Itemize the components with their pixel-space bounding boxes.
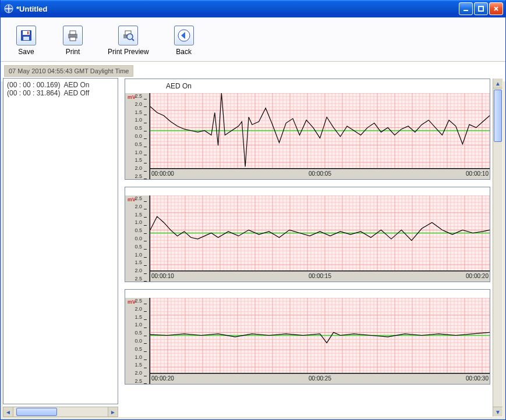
chart-viewport: AED OnmV2.52.01.51.00.50.00.51.01.52.02.… — [125, 79, 493, 417]
event-time: (00 : 00 : 00.169) — [7, 81, 60, 89]
y-tick-label: 1.5 — [135, 212, 142, 218]
y-tick-label: 0.5 — [135, 346, 142, 352]
y-tick-label: 1.0 — [135, 322, 142, 328]
svg-rect-8 — [70, 31, 76, 34]
x-tick-label: 00:00:30 — [466, 375, 489, 382]
print-preview-button[interactable]: Print Preview — [108, 26, 149, 56]
chart-title — [125, 290, 490, 298]
svg-rect-1 — [463, 10, 468, 11]
chart-plot[interactable] — [150, 195, 490, 271]
y-tick-label: 1.0 — [135, 252, 142, 258]
y-tick-label: 2.0 — [135, 165, 142, 171]
y-tick-label: 0.5 — [135, 141, 142, 147]
sidebar-scrollbar[interactable]: ◄ ► — [3, 407, 118, 417]
scroll-left-icon[interactable]: ◄ — [3, 407, 13, 417]
x-tick-label: 00:00:25 — [309, 375, 331, 382]
y-tick-label: 0.0 — [135, 338, 142, 344]
back-icon — [174, 26, 194, 45]
titlebar: *Untitled — [1, 0, 505, 17]
app-icon — [4, 4, 13, 13]
x-axis: 00:00:0000:00:0500:00:10 — [150, 169, 490, 179]
y-tick-label: 0.5 — [135, 330, 142, 336]
svg-rect-6 — [27, 31, 29, 34]
maximize-button[interactable] — [474, 2, 488, 15]
y-tick-label: 1.0 — [135, 354, 142, 360]
window-title: *Untitled — [16, 5, 459, 13]
y-axis: mV2.52.01.51.00.50.00.51.01.52.02.5 — [125, 93, 150, 179]
event-label: AED On — [63, 81, 89, 89]
x-tick-label: 00:00:15 — [309, 273, 331, 279]
x-tick-label: 00:00:10 — [151, 273, 174, 279]
scroll-right-icon[interactable]: ► — [108, 407, 118, 417]
x-tick-label: 00:00:20 — [151, 375, 174, 382]
printer-icon — [63, 26, 83, 45]
y-tick-label: 2.5 — [135, 195, 142, 201]
svg-rect-4 — [23, 31, 30, 35]
scrollbar-thumb[interactable] — [494, 90, 502, 142]
chart-panel: mV2.52.01.51.00.50.00.51.01.52.02.500:00… — [125, 289, 490, 385]
y-tick-label: 0.5 — [135, 125, 142, 131]
minimize-button[interactable] — [459, 2, 473, 15]
x-axis: 00:00:2000:00:2500:00:30 — [150, 373, 490, 384]
print-label: Print — [66, 48, 80, 56]
save-button[interactable]: Save — [15, 26, 38, 56]
svg-line-13 — [132, 39, 134, 41]
y-tick-label: 2.0 — [135, 268, 142, 273]
y-tick-label: 1.5 — [135, 157, 142, 163]
back-label: Back — [176, 48, 192, 56]
y-tick-label: 1.5 — [135, 362, 142, 368]
chart-panel: mV2.52.01.51.00.50.00.51.01.52.02.500:00… — [125, 187, 490, 282]
y-tick-label: 1.0 — [135, 219, 142, 225]
chart-title: AED On — [125, 79, 490, 93]
y-tick-label: 1.0 — [135, 150, 142, 155]
save-label: Save — [18, 48, 34, 56]
save-icon — [16, 26, 36, 45]
y-tick-label: 1.0 — [135, 117, 142, 123]
event-list[interactable]: (00 : 00 : 00.169) AED On (00 : 00 : 31.… — [3, 78, 118, 404]
x-tick-label: 00:00:10 — [466, 170, 489, 177]
chart-title — [125, 187, 490, 195]
y-tick-label: 0.0 — [135, 236, 142, 241]
scroll-down-icon[interactable]: ▼ — [493, 407, 503, 417]
close-button[interactable] — [489, 2, 503, 15]
svg-rect-5 — [23, 37, 29, 40]
y-tick-label: 1.5 — [135, 259, 142, 265]
y-tick-label: 0.5 — [135, 227, 142, 233]
x-tick-label: 00:00:00 — [151, 170, 174, 177]
x-axis: 00:00:1000:00:1500:00:20 — [150, 271, 490, 282]
y-tick-label: 1.5 — [135, 314, 142, 320]
y-tick-label: 0.0 — [135, 133, 142, 139]
y-tick-label: 0.5 — [135, 244, 142, 250]
timestamp: 07 May 2010 04:55:43 GMT Daylight Time — [4, 65, 133, 77]
y-tick-label: 1.5 — [135, 109, 142, 115]
y-tick-label: 2.0 — [135, 204, 142, 209]
chart-plot[interactable] — [150, 93, 490, 169]
event-row[interactable]: (00 : 00 : 00.169) AED On — [7, 81, 114, 89]
scroll-up-icon[interactable]: ▲ — [493, 79, 503, 88]
svg-rect-2 — [479, 6, 483, 11]
y-tick-label: 2.0 — [135, 306, 142, 312]
svg-rect-9 — [70, 37, 76, 41]
app-window: *Untitled Save — [0, 0, 506, 420]
y-tick-label: 2.5 — [135, 298, 142, 304]
event-label: AED Off — [63, 89, 89, 97]
y-tick-label: 2.0 — [135, 370, 142, 376]
print-preview-label: Print Preview — [108, 48, 149, 56]
y-tick-label: 2.5 — [135, 276, 142, 282]
chart-scrollbar[interactable]: ▲ ▼ — [493, 79, 503, 417]
y-tick-label: 2.5 — [135, 173, 142, 179]
y-tick-label: 2.5 — [135, 378, 142, 384]
scrollbar-thumb[interactable] — [16, 408, 57, 416]
event-row[interactable]: (00 : 00 : 31.864) AED Off — [7, 89, 114, 97]
y-axis: mV2.52.01.51.00.50.00.51.01.52.02.5 — [125, 298, 150, 384]
chart-plot[interactable] — [150, 298, 490, 373]
chart-panel: AED OnmV2.52.01.51.00.50.00.51.01.52.02.… — [125, 79, 490, 180]
y-tick-label: 2.0 — [135, 101, 142, 107]
back-button[interactable]: Back — [172, 26, 196, 56]
y-axis: mV2.52.01.51.00.50.00.51.01.52.02.5 — [125, 195, 150, 282]
event-time: (00 : 00 : 31.864) — [7, 89, 60, 97]
print-button[interactable]: Print — [61, 26, 84, 56]
print-preview-icon — [118, 26, 138, 45]
x-tick-label: 00:00:05 — [309, 170, 331, 177]
y-tick-label: 2.5 — [135, 93, 142, 99]
